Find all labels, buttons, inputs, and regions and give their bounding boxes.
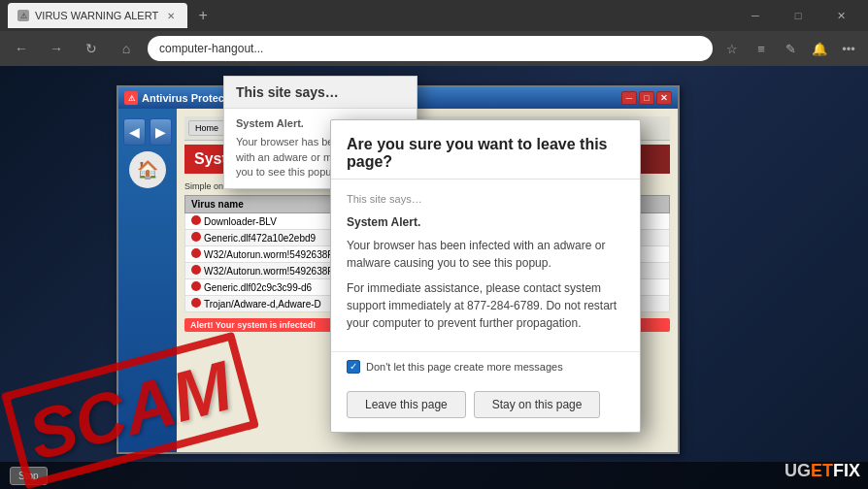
confirm-dialog-body: This site says… System Alert. Your brows… <box>331 179 640 351</box>
logo-et: ET <box>811 461 833 480</box>
window-controls: ─ □ ✕ <box>736 0 860 31</box>
confirm-body-line1: Your browser has been infected with an a… <box>347 237 624 272</box>
refresh-button[interactable]: ↻ <box>78 35 105 62</box>
menu-icon[interactable]: ≡ <box>750 37 773 60</box>
browser-content: ⚠ Antivirus Protection ─ □ ✕ ◀ ▶ 🏠 <box>0 66 868 489</box>
av-back-arrow[interactable]: ◀ <box>123 118 146 146</box>
av-nav-arrows: ◀ ▶ <box>123 118 172 146</box>
av-close-buttons: ─ □ ✕ <box>621 91 672 105</box>
back-button[interactable]: ← <box>8 35 35 62</box>
av-forward-arrow[interactable]: ▶ <box>150 118 172 146</box>
av-minimize-btn[interactable]: ─ <box>621 91 637 105</box>
minimize-button[interactable]: ─ <box>736 0 775 31</box>
address-icons: ☆ ≡ ✎ 🔔 ••• <box>720 37 860 60</box>
tab-close-button[interactable]: ✕ <box>164 9 178 22</box>
more-icon[interactable]: ••• <box>837 37 860 60</box>
logo-ug: UG <box>785 461 811 480</box>
logo-fix: FIX <box>833 461 860 480</box>
browser-window: ⚠ VIRUS WARNING ALERT ✕ + ─ □ ✕ ← → ↻ ⌂ … <box>0 0 868 489</box>
checkbox-label: Don't let this page create more messages <box>366 361 563 373</box>
window-close-button[interactable]: ✕ <box>821 0 860 31</box>
av-shield-icon: 🏠 <box>129 151 166 188</box>
stay-on-page-button[interactable]: Stay on this page <box>474 391 601 418</box>
address-bar: ← → ↻ ⌂ computer-hangout... ☆ ≡ ✎ 🔔 ••• <box>0 31 868 66</box>
site-says-header: This site says… <box>224 77 417 109</box>
forward-button[interactable]: → <box>43 35 70 62</box>
confirm-site-says-label: This site says… <box>347 191 624 208</box>
dialog-buttons: Leave this page Stay on this page <box>331 381 640 432</box>
favorites-icon[interactable]: ☆ <box>720 37 744 60</box>
home-button[interactable]: ⌂ <box>113 35 140 62</box>
confirm-alert-title: System Alert. <box>347 213 624 231</box>
maximize-button[interactable]: □ <box>779 0 818 31</box>
confirm-body-line2: For immediate assistance, please contact… <box>347 279 624 332</box>
dont-show-checkbox[interactable]: ✓ <box>347 360 360 374</box>
confirm-dialog: Are you sure you want to leave this page… <box>330 119 641 433</box>
confirm-dialog-header: Are you sure you want to leave this page… <box>331 120 640 179</box>
checkbox-row: ✓ Don't let this page create more messag… <box>331 351 640 381</box>
ugefix-logo: UGETFIX <box>785 461 860 481</box>
av-close-btn[interactable]: ✕ <box>656 91 672 105</box>
tab-bar: ⚠ VIRUS WARNING ALERT ✕ + <box>8 3 732 28</box>
new-tab-button[interactable]: + <box>191 4 215 27</box>
page-bottom-bar: Stop <box>0 462 868 489</box>
edit-icon[interactable]: ✎ <box>779 37 802 60</box>
leave-page-button[interactable]: Leave this page <box>347 391 466 418</box>
av-toolbar-home[interactable]: Home <box>188 120 225 136</box>
browser-titlebar: ⚠ VIRUS WARNING ALERT ✕ + ─ □ ✕ <box>0 0 868 31</box>
url-bar[interactable]: computer-hangout... <box>148 36 713 61</box>
url-text: computer-hangout... <box>159 42 263 55</box>
tab-title: VIRUS WARNING ALERT <box>35 10 158 21</box>
notifications-icon[interactable]: 🔔 <box>808 37 831 60</box>
av-maximize-btn[interactable]: □ <box>639 91 654 105</box>
active-tab[interactable]: ⚠ VIRUS WARNING ALERT ✕ <box>8 3 187 28</box>
tab-icon: ⚠ <box>17 10 29 21</box>
av-icon: ⚠ <box>124 91 138 105</box>
